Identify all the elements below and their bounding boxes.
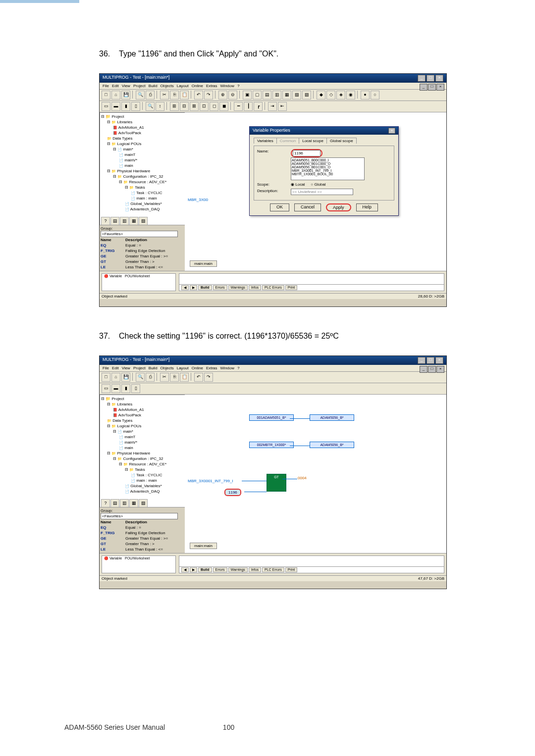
- tool-cut[interactable]: ✂: [160, 91, 169, 100]
- tool2-f[interactable]: ↕: [156, 102, 164, 111]
- fbd-gt-block[interactable]: GT: [267, 474, 286, 492]
- tool-k[interactable]: ◉: [346, 91, 355, 100]
- tree2-config[interactable]: ⊟ Configuration : IPC_32: [101, 456, 185, 461]
- tree-mainws[interactable]: main: [101, 163, 185, 168]
- menu-view[interactable]: View: [122, 84, 130, 88]
- tab-localscope[interactable]: Local scope: [299, 138, 327, 144]
- group-row-ge[interactable]: GEGreater Than Equal : >=: [101, 253, 186, 259]
- tree-root[interactable]: ⊟ 📁 Project: [101, 114, 185, 119]
- tree-libraries[interactable]: ⊟ Libraries: [101, 119, 185, 125]
- msg-tab-plcerrors[interactable]: PLC Errors: [262, 285, 284, 290]
- editor-tab-main[interactable]: main:main: [190, 260, 217, 267]
- msg2-tab-print[interactable]: Print: [285, 567, 297, 572]
- tree2-mainmain[interactable]: main : main: [101, 478, 185, 483]
- editor-tab-main-2[interactable]: main:main: [190, 543, 217, 549]
- tree-tab-4[interactable]: ▦: [129, 217, 138, 225]
- group-row-ftrig[interactable]: F_TRIGFalling Edge Detection: [101, 248, 186, 253]
- tree-tab-2[interactable]: ▤: [110, 217, 119, 225]
- menu-extras[interactable]: Extras: [206, 84, 217, 88]
- menu-edit[interactable]: Edit: [112, 84, 119, 88]
- menu2-online[interactable]: Online: [192, 366, 203, 370]
- mdi2-min[interactable]: _: [420, 366, 428, 373]
- tool-h[interactable]: ◆: [317, 91, 325, 100]
- tree2-globalvars[interactable]: Global_Variables*: [101, 483, 185, 489]
- tree2-mainv[interactable]: mainV*: [101, 440, 185, 445]
- menu2-file[interactable]: File: [103, 366, 109, 370]
- menu-file[interactable]: File: [103, 84, 109, 88]
- tab-globalscope[interactable]: Global scope: [326, 138, 357, 144]
- tool-d[interactable]: ▥: [272, 91, 281, 100]
- msg2-tab-build[interactable]: Build: [198, 567, 212, 572]
- maximize-button-2[interactable]: □: [427, 357, 434, 364]
- msg2-tab-warnings[interactable]: Warnings: [228, 567, 248, 572]
- msg2-tab-plcerrors[interactable]: PLC Errors: [262, 567, 284, 572]
- menu2-edit[interactable]: Edit: [112, 366, 119, 370]
- ok-button[interactable]: OK: [270, 203, 289, 211]
- tree-tab-1[interactable]: ?: [101, 217, 110, 225]
- literal-1196[interactable]: 1196: [224, 489, 241, 496]
- tool-i[interactable]: ◇: [326, 91, 335, 100]
- tool2-g[interactable]: ⊞: [170, 102, 179, 111]
- tree-tasks[interactable]: ⊟ Tasks: [101, 185, 185, 190]
- tool-copy[interactable]: ⎘: [170, 91, 179, 100]
- tree2-tab-1[interactable]: ?: [101, 499, 110, 507]
- minimize-button-2[interactable]: _: [418, 357, 426, 364]
- close-button[interactable]: ×: [435, 75, 443, 82]
- menu-build[interactable]: Build: [149, 84, 158, 88]
- mdi-close-button[interactable]: ×: [436, 84, 444, 91]
- msg-tab-infos[interactable]: Infos: [249, 285, 261, 290]
- tree2-datatypes[interactable]: Data Types: [101, 418, 185, 423]
- msg2-tab-infos[interactable]: Infos: [249, 567, 261, 572]
- help-button[interactable]: Help: [356, 203, 378, 211]
- menu2-objects[interactable]: Objects: [160, 366, 174, 370]
- fbd-block-1r[interactable]: ADAM5056_B*: [310, 414, 354, 421]
- fbd-block-2[interactable]: 002MBTR_1X000*: [249, 442, 294, 448]
- tool-b[interactable]: ▢: [253, 91, 262, 100]
- menu2-view[interactable]: View: [122, 366, 130, 370]
- mdi-maximize-button[interactable]: □: [428, 84, 436, 91]
- tool-j[interactable]: ◈: [336, 91, 345, 100]
- group-row-eq[interactable]: EQEqual : =: [101, 243, 186, 248]
- menu2-layout[interactable]: Layout: [177, 366, 189, 370]
- menu2-extras[interactable]: Extras: [206, 366, 217, 370]
- tool-m[interactable]: ○: [371, 91, 379, 100]
- t1b-h[interactable]: 📋: [180, 373, 189, 382]
- t1b-b[interactable]: ⌂: [111, 373, 120, 382]
- tool-print[interactable]: ⎙: [146, 91, 155, 100]
- tool-f[interactable]: ▧: [292, 91, 301, 100]
- project-tree-2[interactable]: ⊟ 📁 Project ⊟ Libraries AdvMotion_A1 Adv…: [100, 395, 187, 507]
- tool2-p[interactable]: ⇥: [268, 102, 277, 111]
- group-row-gt[interactable]: GTGreater Than : >: [101, 259, 186, 264]
- t1b-d[interactable]: 🔍: [136, 373, 145, 382]
- tree2-tab-2[interactable]: ▤: [110, 499, 119, 507]
- t1b-i[interactable]: ↶: [194, 373, 203, 382]
- fbd-block-2r[interactable]: ADAM5056_B*: [310, 442, 354, 448]
- menu-help[interactable]: ?: [237, 84, 239, 88]
- t2b-c[interactable]: ▮: [121, 384, 130, 393]
- tool2-q[interactable]: ⇤: [278, 102, 287, 111]
- t1b-c[interactable]: 💾: [121, 373, 130, 382]
- tree2-maint[interactable]: mainT: [101, 434, 185, 440]
- tool2-b[interactable]: ▬: [111, 102, 120, 111]
- tool-undo[interactable]: ↶: [194, 91, 203, 100]
- tool2-l[interactable]: ◼: [219, 102, 228, 111]
- msg-tab-build[interactable]: Build: [198, 285, 212, 290]
- menu2-project[interactable]: Project: [133, 366, 146, 370]
- mdi2-max[interactable]: □: [428, 366, 436, 373]
- tree2-advdaq[interactable]: Advantech_DAQ: [101, 489, 185, 494]
- tree2-resource[interactable]: ⊟ Resource : ADV_CE*: [101, 461, 185, 467]
- desc-input[interactable]: << Undefined >>: [291, 189, 353, 195]
- tool2-e[interactable]: 🔍: [146, 102, 155, 111]
- tool-new[interactable]: □: [102, 91, 110, 100]
- tree2-mainws[interactable]: main: [101, 445, 185, 451]
- close-button-2[interactable]: ×: [435, 357, 443, 364]
- tool-paste[interactable]: 📋: [180, 91, 189, 100]
- maximize-button[interactable]: □: [427, 75, 434, 82]
- name-input[interactable]: 1196: [293, 150, 321, 156]
- t1b-a[interactable]: □: [102, 373, 110, 382]
- tool-g[interactable]: ▨: [302, 91, 311, 100]
- tab-variables[interactable]: Variables: [254, 138, 277, 144]
- mdi-minimize-button[interactable]: _: [420, 84, 428, 91]
- tree2-tasks[interactable]: ⊟ Tasks: [101, 467, 185, 472]
- canvas2-var-label[interactable]: MBR_3X0001_INT_799_I: [188, 479, 233, 483]
